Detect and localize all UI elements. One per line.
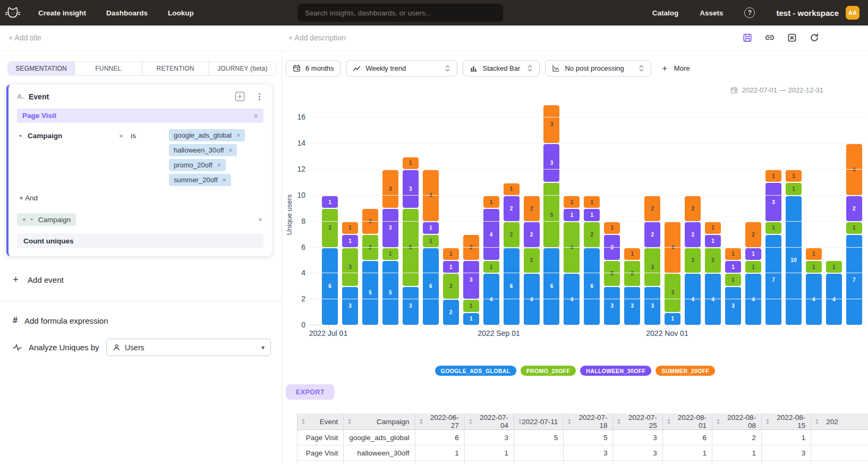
aggregation-label: Count uniques bbox=[23, 237, 74, 245]
help-icon[interactable]: ? bbox=[744, 7, 755, 18]
table-header-cell[interactable]: 2022-07-25 bbox=[613, 414, 662, 430]
export-button[interactable]: EXPORT bbox=[286, 384, 335, 400]
avatar[interactable]: AA bbox=[846, 6, 860, 20]
clear-breakdown-icon[interactable]: × bbox=[258, 215, 262, 224]
filter-value-tag[interactable]: halloween_30off× bbox=[169, 144, 237, 156]
table-header-cell[interactable]: 2022-07-11 bbox=[514, 414, 564, 430]
nav-item-dashboards[interactable]: Dashboards bbox=[106, 9, 148, 17]
bar-segment: 1 bbox=[504, 183, 520, 195]
bar-2022-09-12: 6533 bbox=[543, 104, 559, 325]
save-button[interactable] bbox=[743, 33, 752, 43]
refresh-button[interactable] bbox=[810, 33, 819, 43]
nav-item-create-insight[interactable]: Create insight bbox=[38, 9, 86, 17]
remove-event-icon[interactable]: × bbox=[254, 112, 258, 120]
bar-segment: 2 bbox=[524, 248, 540, 273]
analyze-by-row: Analyze Uniques by Users ▾ bbox=[13, 339, 282, 356]
bar-segment: 4 bbox=[483, 274, 499, 325]
nav-right: CatalogAssets ? test - workspace AA bbox=[652, 0, 860, 26]
breakdown-chip[interactable]: × · Campaign bbox=[17, 213, 76, 226]
calendar-icon bbox=[730, 87, 738, 94]
event-menu-button[interactable]: ⋮ bbox=[256, 92, 263, 100]
bar-2022-09-05: 4222 bbox=[524, 195, 540, 325]
event-card-header: A. Event ⋮ bbox=[17, 91, 263, 102]
sort-icon[interactable] bbox=[348, 419, 351, 424]
legend-chip-halloween_30off[interactable]: HALLOWEEN_30OFF bbox=[580, 366, 651, 376]
remove-filter-icon[interactable]: × bbox=[119, 132, 123, 140]
filter-property[interactable]: Campaign bbox=[28, 132, 62, 140]
sort-icon[interactable] bbox=[302, 419, 305, 424]
workspace-group[interactable]: test - workspace AA bbox=[776, 6, 860, 20]
aggregation-row[interactable]: Count uniques bbox=[17, 233, 263, 248]
filter-value-tag[interactable]: google_ads_global× bbox=[169, 129, 245, 141]
header-cell-content: Campaign bbox=[348, 418, 409, 426]
table-header-cell[interactable]: 2022-07-18 bbox=[564, 414, 613, 430]
nav-item-lookup[interactable]: Lookup bbox=[168, 9, 194, 17]
app-logo[interactable] bbox=[5, 6, 21, 20]
search-input[interactable] bbox=[297, 4, 503, 22]
chart-type-value: Stacked Bar bbox=[482, 64, 520, 72]
remove-breakdown-icon[interactable]: × bbox=[22, 216, 25, 223]
post-processing-select[interactable]: No post processing bbox=[545, 60, 651, 77]
legend-chip-summer_20off[interactable]: SUMMER_20OFF bbox=[656, 366, 715, 376]
analyze-by-select[interactable]: Users ▾ bbox=[106, 339, 271, 356]
filter-row: · Campaign × is google_ads_global×hallow… bbox=[17, 129, 263, 186]
filter-value-tag[interactable]: summer_20off× bbox=[169, 174, 231, 186]
tab-journey-beta-[interactable]: JOURNEY (beta) bbox=[209, 62, 276, 75]
bar-2022-07-25: 3631 bbox=[403, 156, 419, 325]
legend-chip-promo_20off[interactable]: PROMO_20OFF bbox=[521, 366, 576, 376]
remove-value-icon[interactable]: × bbox=[228, 147, 232, 154]
tab-funnel[interactable]: FUNNEL bbox=[74, 62, 141, 75]
nav-right-menu: CatalogAssets bbox=[652, 9, 724, 17]
trend-select[interactable]: Weekly trend bbox=[346, 60, 457, 77]
date-preset-button[interactable]: 6 months bbox=[286, 60, 341, 77]
nav-item-assets[interactable]: Assets bbox=[700, 9, 723, 17]
clear-button[interactable] bbox=[787, 33, 797, 43]
table-cell: 3 bbox=[762, 445, 811, 461]
add-formula-button[interactable]: # Add formula expression bbox=[13, 316, 135, 325]
table-header-cell[interactable]: Campaign bbox=[344, 414, 415, 430]
table-header-cell[interactable]: 2022-08-08 bbox=[712, 414, 761, 430]
add-title-field[interactable]: + Add title bbox=[8, 33, 41, 42]
table-header-cell[interactable]: 2022-08-01 bbox=[662, 414, 712, 430]
event-name-row[interactable]: Page Visit × bbox=[17, 108, 263, 123]
nav-item-catalog[interactable]: Catalog bbox=[652, 9, 679, 17]
tab-retention[interactable]: RETENTION bbox=[142, 62, 209, 75]
filter-value-label: halloween_30off bbox=[174, 146, 224, 154]
more-button[interactable]: + More bbox=[657, 64, 695, 73]
table-header-cell[interactable]: 2022-06-27 bbox=[415, 414, 464, 430]
remove-value-icon[interactable]: × bbox=[217, 162, 221, 169]
bar-segment: 2 bbox=[846, 196, 862, 221]
filter-operator[interactable]: is bbox=[131, 132, 136, 140]
add-event-button[interactable]: + Add event bbox=[13, 274, 87, 285]
table-header-cell[interactable]: 202 bbox=[811, 414, 868, 430]
chart-type-select[interactable]: Stacked Bar bbox=[463, 60, 540, 77]
table-cell bbox=[297, 461, 344, 464]
date-range-display: 2022-07-01 — 2022-12-31 bbox=[730, 86, 823, 94]
copy-link-button[interactable] bbox=[765, 33, 775, 43]
filter-value-tag[interactable]: promo_20off× bbox=[169, 159, 226, 171]
remove-value-icon[interactable]: × bbox=[223, 176, 226, 184]
table-header-cell[interactable]: 2022-07-04 bbox=[464, 414, 514, 430]
add-and-condition[interactable]: + And bbox=[19, 194, 48, 202]
table-cell bbox=[811, 445, 868, 461]
workspace-label: test - workspace bbox=[776, 9, 839, 18]
bar-segment: 6 bbox=[423, 248, 439, 325]
breakdown-property: Campaign bbox=[38, 216, 71, 224]
gridline bbox=[309, 169, 866, 170]
remove-value-icon[interactable]: × bbox=[236, 132, 240, 139]
table-cell bbox=[613, 461, 662, 464]
header-cell-content: 2022-07-18 bbox=[568, 414, 607, 429]
add-description-field[interactable]: + Add description bbox=[288, 33, 346, 42]
bar-segment: 1 bbox=[806, 248, 822, 260]
sort-icon[interactable] bbox=[815, 419, 819, 424]
table-header-cell[interactable]: 2022-08-15 bbox=[762, 414, 811, 430]
legend-chip-google_ads_global[interactable]: GOOGLE_ADS_GLOBAL bbox=[435, 366, 516, 376]
sort-icon[interactable] bbox=[518, 419, 522, 424]
event-name[interactable]: Page Visit bbox=[22, 112, 56, 120]
add-filter-button[interactable] bbox=[235, 91, 245, 102]
tab-segmentation[interactable]: SEGMENTATION bbox=[8, 62, 74, 75]
select-chevrons-icon bbox=[445, 64, 450, 72]
table-header-cell[interactable]: Event bbox=[297, 414, 344, 430]
bar-segment: 2 bbox=[604, 235, 620, 260]
results-panel: 6 months Weekly trend bbox=[282, 51, 868, 464]
